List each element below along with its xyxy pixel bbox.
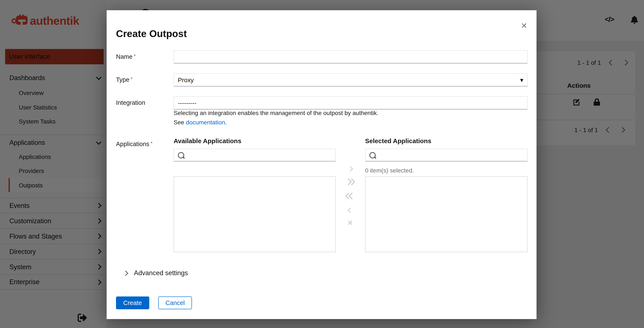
integration-help-doc-line: See documentation.: [174, 118, 227, 127]
name-label: Name*: [116, 53, 172, 60]
selected-search-input[interactable]: [365, 149, 528, 162]
type-label: Type*: [116, 76, 172, 83]
transfer-add-selected-icon[interactable]: [336, 164, 365, 173]
applications-label: Applications*: [116, 141, 172, 147]
integration-select[interactable]: ---------: [174, 96, 528, 110]
transfer-add-all-icon[interactable]: [336, 177, 365, 186]
advanced-settings-label: Advanced settings: [134, 269, 188, 277]
required-asterisk: *: [150, 141, 152, 146]
integration-select-value: ---------: [178, 99, 196, 106]
chevron-right-icon: [123, 270, 128, 276]
available-search-input[interactable]: [174, 149, 336, 162]
advanced-settings-toggle[interactable]: Advanced settings: [124, 269, 188, 277]
required-asterisk: *: [131, 76, 133, 81]
transfer-remove-selected-icon[interactable]: [336, 205, 365, 215]
transfer-remove-all-icon[interactable]: [336, 191, 365, 201]
search-icon: [369, 152, 376, 158]
available-applications-title: Available Applications: [174, 137, 242, 145]
required-asterisk: *: [134, 53, 136, 58]
cancel-button[interactable]: Cancel: [158, 297, 192, 309]
selected-applications-title: Selected Applications: [365, 137, 432, 145]
selected-applications-list[interactable]: [365, 176, 528, 252]
caret-down-icon: ▾: [520, 77, 523, 83]
available-applications-list[interactable]: [174, 176, 336, 252]
create-button[interactable]: Create: [116, 297, 149, 309]
screen: authentik User interface Dashboards Over…: [0, 0, 644, 328]
create-outpost-modal: Create Outpost × Name* Type* Proxy ▾ Int…: [106, 10, 536, 319]
search-icon: [178, 152, 184, 158]
modal-title: Create Outpost: [116, 28, 187, 40]
transfer-clear-icon[interactable]: ×: [336, 218, 365, 227]
type-select[interactable]: Proxy ▾: [174, 73, 528, 86]
type-select-value: Proxy: [178, 76, 194, 83]
selected-count-text: 0 item(s) selected.: [365, 167, 414, 174]
close-icon[interactable]: ×: [520, 20, 529, 31]
documentation-link[interactable]: documentation: [186, 119, 225, 126]
integration-label: Integration: [116, 99, 172, 106]
name-field[interactable]: [174, 50, 528, 63]
integration-help-text: Selecting an integration enables the man…: [174, 109, 378, 117]
